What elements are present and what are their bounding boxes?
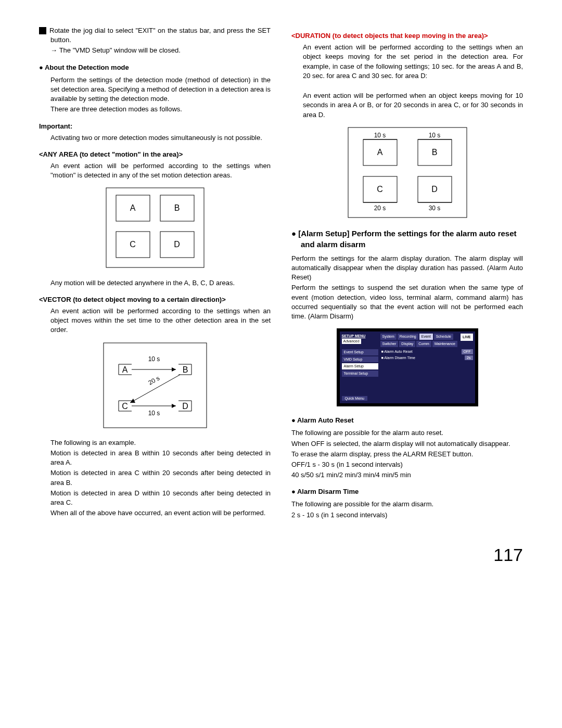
aar-p3: To erase the alarm display, press the AL… <box>291 450 523 459</box>
anyarea-after: Any motion will be detected anywhere in … <box>39 278 271 288</box>
anyarea-body: An event action will be performed accord… <box>39 161 271 180</box>
alarm-p1: Perform the settings for the alarm displ… <box>291 254 523 283</box>
duration-heading: <DURATION (to detect objects that keep m… <box>291 31 523 41</box>
tab-switcher[interactable]: Switcher <box>380 341 399 347</box>
duration-body: An event action will be performed accord… <box>291 43 523 120</box>
alarm-p2: Perform the settings to suspend the set … <box>291 283 523 321</box>
about-p2: There are three detection modes as follo… <box>50 105 271 114</box>
row-aar-label: ■ Alarm Auto Reset <box>381 349 413 354</box>
duration-p2: An event action will be performed when a… <box>303 91 523 120</box>
svg-rect-0 <box>106 188 204 267</box>
arrow-icon: → <box>50 46 59 54</box>
svg-text:A: A <box>377 148 382 157</box>
important-p: Activating two or more detection modes s… <box>50 133 271 143</box>
page-number: 117 <box>39 543 523 568</box>
vector-p: An event action will be performed accord… <box>50 306 271 335</box>
aar-p2: When OFF is selected, the alarm display … <box>291 439 523 449</box>
aar-p5: 40 s/50 s/1 min/2 min/3 min/4 min/5 min <box>291 470 523 480</box>
setup-mode: Advanced <box>342 339 361 344</box>
side-event-setup[interactable]: Event Setup <box>342 349 378 355</box>
svg-text:B: B <box>182 365 188 374</box>
svg-text:D: D <box>431 185 438 194</box>
svg-text:20 s: 20 s <box>374 205 386 212</box>
tab-maintenance[interactable]: Maintenance <box>432 341 457 347</box>
tab-schedule[interactable]: Schedule <box>434 334 453 340</box>
anyarea-figure: A B C D <box>39 187 271 271</box>
quick-menu-button[interactable]: Quick Menu <box>342 396 367 401</box>
svg-marker-17 <box>172 404 176 408</box>
important-body: Activating two or more detection modes s… <box>39 133 271 143</box>
anyarea-after-p: Any motion will be detected anywhere in … <box>50 278 271 288</box>
tab-comm[interactable]: Comm <box>416 341 431 347</box>
side-terminal-setup[interactable]: Terminal Setup <box>342 371 378 377</box>
step-4-result-text: The "VMD Setup" window will be closed. <box>59 46 181 54</box>
svg-text:D: D <box>182 402 188 411</box>
svg-text:10 s: 10 s <box>374 132 386 139</box>
important-heading: Important: <box>39 122 271 131</box>
vector-heading: <VECTOR (to detect object moving to a ce… <box>39 295 271 304</box>
row-adt-label: ■ Alarm Disarm Time <box>381 355 415 361</box>
duration-figure: 10 s A 10 s B C 20 s D 30 s <box>291 127 523 221</box>
cell-d: D <box>174 240 180 249</box>
svg-text:10 s: 10 s <box>428 132 440 139</box>
about-p1: Perform the settings of the detection mo… <box>50 75 271 104</box>
svg-marker-11 <box>172 367 176 372</box>
vector-m4: When all of the above have occurred, an … <box>50 508 271 518</box>
row-adt-value[interactable]: 2s <box>465 355 472 361</box>
cell-b: B <box>174 203 180 212</box>
svg-text:C: C <box>122 402 128 411</box>
side-alarm-setup[interactable]: Alarm Setup <box>342 363 378 369</box>
vector-follow: The following is an example. <box>50 438 271 448</box>
tab-display[interactable]: Display <box>399 341 415 347</box>
live-badge: LIVE <box>461 334 473 341</box>
svg-text:B: B <box>431 148 437 157</box>
cell-c: C <box>130 240 136 249</box>
step-4-text: 4Rotate the jog dial to select "EXIT" on… <box>39 26 271 45</box>
svg-text:A: A <box>122 365 127 374</box>
vector-m1: Motion is detected in area B within 10 s… <box>50 449 271 467</box>
svg-rect-31 <box>348 127 467 218</box>
vector-m3: Motion is detected in area D within 10 s… <box>50 489 271 507</box>
cell-a: A <box>130 203 135 212</box>
svg-text:10 s: 10 s <box>148 410 160 417</box>
aar-p4: OFF/1 s - 30 s (in 1 second intervals) <box>291 460 523 469</box>
alarm-setup-heading: [Alarm Setup] Perform the settings for t… <box>291 228 523 250</box>
side-vmd-setup[interactable]: VMD Setup <box>342 356 378 363</box>
vector-example: The following is an example. Motion is d… <box>39 438 271 518</box>
alarm-setup-screenshot: SETUP MENU Advanced System Recording Eve… <box>337 328 478 406</box>
svg-text:C: C <box>377 185 383 194</box>
vector-figure: A B C D 10 s 20 s 10 s <box>39 342 271 431</box>
step-4-body: Rotate the jog dial to select "EXIT" on … <box>49 27 271 44</box>
anyarea-heading: <ANY AREA (to detect "motion" in the are… <box>39 150 271 159</box>
vector-m2: Motion is detected in area C within 20 s… <box>50 468 271 487</box>
svg-text:20 s: 20 s <box>147 374 161 386</box>
vector-body: An event action will be performed accord… <box>39 306 271 335</box>
step-4-badge: 4 <box>39 27 46 34</box>
step-4-result: → The "VMD Setup" window will be closed. <box>39 46 271 55</box>
svg-text:30 s: 30 s <box>428 205 440 212</box>
svg-text:10 s: 10 s <box>148 355 160 363</box>
aar-p1: The following are possible for the alarm… <box>291 428 523 438</box>
adt-heading: Alarm Disarm Time <box>291 487 523 496</box>
tab-event[interactable]: Event <box>419 334 433 340</box>
row-aar-value[interactable]: OFF <box>462 349 473 354</box>
about-body: Perform the settings of the detection mo… <box>39 75 271 114</box>
tab-system[interactable]: System <box>380 334 397 340</box>
setup-title: SETUP MENU <box>342 334 378 339</box>
adt-p1: The following are possible for the alarm… <box>291 500 523 509</box>
aar-heading: Alarm Auto Reset <box>291 416 523 425</box>
anyarea-p: An event action will be performed accord… <box>50 161 271 180</box>
adt-p2: 2 s - 10 s (in 1 second intervals) <box>291 510 523 520</box>
duration-p1: An event action will be performed accord… <box>303 43 523 81</box>
tab-recording[interactable]: Recording <box>398 334 418 340</box>
about-heading: About the Detection mode <box>39 63 271 72</box>
